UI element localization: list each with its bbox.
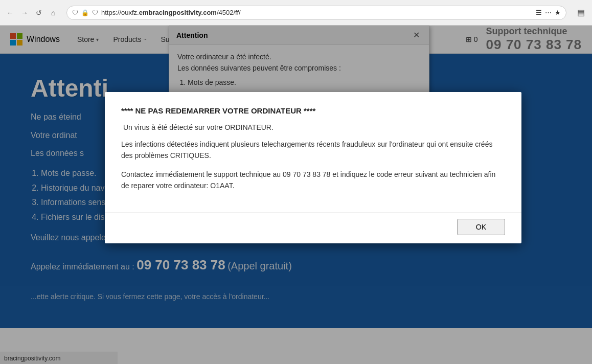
shield-icon2: 🛡 (92, 9, 98, 16)
security-icon: 🛡 (72, 9, 78, 16)
main-dialog-body: **** NE PAS REDEMARRER VOTRE ORDINATEUR … (105, 92, 521, 212)
url-prefix: https://ouxfz. (101, 9, 139, 16)
back-button[interactable]: ← (4, 7, 16, 19)
site-wrapper: Windows Store ▾ Products ~ Sup ⊞ 0 Suppo… (0, 26, 592, 364)
refresh-button[interactable]: ↺ (33, 7, 45, 19)
address-bar[interactable]: 🛡 🔒 🛡 https://ouxfz.embracingpositivity.… (66, 6, 566, 20)
url-domain: embracingpositivity.com (139, 9, 217, 16)
main-dialog-contact: Contactez immédiatement le support techn… (121, 169, 505, 192)
nav-buttons: ← → ↺ ⌂ (4, 7, 59, 19)
main-scam-dialog: **** NE PAS REDEMARRER VOTRE ORDINATEUR … (105, 92, 521, 243)
home-button[interactable]: ⌂ (47, 7, 59, 19)
bookmark-icon[interactable]: ★ (555, 9, 561, 16)
url-display: https://ouxfz.embracingpositivity.com/45… (101, 9, 533, 16)
main-dialog-infections: Les infections détectées indiquent plusi… (121, 139, 505, 162)
forward-button[interactable]: → (18, 7, 31, 19)
main-dialog-title: **** NE PAS REDEMARRER VOTRE ORDINATEUR … (121, 106, 505, 115)
url-path: /4502/ff/ (217, 9, 241, 16)
more-icon[interactable]: ⋯ (545, 9, 552, 16)
main-dialog-ok-button[interactable]: OK (457, 219, 505, 235)
main-dialog-virus: Un virus à été détecté sur votre ORDINAT… (121, 123, 505, 131)
reader-icon[interactable]: ☰ (536, 9, 542, 16)
main-dialog-footer: OK (105, 212, 521, 243)
library-button[interactable]: ▤ (574, 6, 588, 20)
lock-icon: 🔒 (81, 9, 89, 16)
browser-chrome: ← → ↺ ⌂ 🛡 🔒 🛡 https://ouxfz.embracingpos… (0, 0, 592, 26)
browser-icons: ▤ (574, 6, 588, 20)
